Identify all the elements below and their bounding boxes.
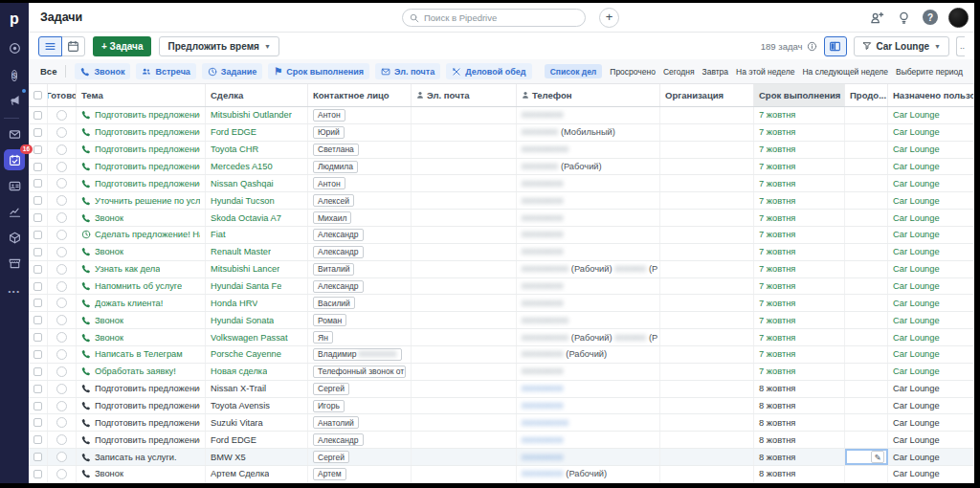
phone-number-masked[interactable]: 00000000 — [522, 196, 564, 206]
header-phone[interactable]: Телефон — [517, 84, 660, 106]
task-subject-link[interactable]: Звонок — [95, 333, 123, 343]
time-filter-2[interactable]: Сегодня — [663, 67, 695, 77]
deal-link[interactable]: Volkswagen Passat — [211, 333, 288, 343]
contact-chip[interactable]: Игорь — [313, 400, 345, 412]
phone-number-masked[interactable]: 00000000 — [522, 384, 564, 393]
quick-add-button[interactable]: + — [599, 8, 619, 28]
row-checkbox[interactable] — [33, 231, 42, 239]
propose-time-dropdown[interactable]: Предложить время ▼ — [159, 36, 278, 56]
header-due[interactable]: Срок выполнения▲ — [754, 84, 845, 106]
deal-link[interactable]: Ford EDGE — [211, 435, 256, 445]
mark-done-button[interactable] — [56, 452, 67, 462]
type-chip-1[interactable]: Встреча — [136, 63, 195, 79]
header-assignee[interactable]: Назначено пользовате — [888, 84, 974, 106]
avatar[interactable] — [948, 8, 969, 28]
mark-done-button[interactable] — [56, 298, 67, 308]
task-subject-link[interactable]: Подготовить предложение! — [95, 110, 200, 120]
header-deal[interactable]: Сделка — [206, 84, 308, 106]
sidebar-item-calendar-check[interactable]: 16 — [4, 149, 25, 170]
deal-link[interactable]: Новая сделка — [211, 366, 267, 376]
contact-chip[interactable]: Телефонный звонок от000000 — [313, 366, 406, 378]
help-icon[interactable]: ? — [923, 10, 938, 25]
phone-number-masked[interactable]: 00000000 — [522, 453, 564, 462]
type-chip-4[interactable]: Эл. почта — [375, 63, 440, 79]
phone-number-masked[interactable]: 00000000 — [522, 213, 564, 223]
deal-link[interactable]: Fiat — [211, 230, 226, 239]
deal-link[interactable]: Mitsubishi Outlander — [211, 110, 292, 120]
sidebar-item-contacts-card[interactable] — [4, 175, 25, 196]
time-filter-1[interactable]: Просрочено — [610, 67, 656, 77]
time-filter-0[interactable]: Список дел — [545, 64, 603, 78]
deal-link[interactable]: Mitsubishi Lancer — [211, 264, 279, 274]
contact-chip[interactable]: Сергей — [313, 451, 349, 463]
mark-done-button[interactable] — [56, 230, 67, 240]
phone-number-masked[interactable]: 000000000 — [522, 144, 568, 154]
contact-chip[interactable]: Алексей — [313, 194, 354, 207]
row-checkbox[interactable] — [33, 453, 42, 461]
task-subject-link[interactable]: Звонок — [95, 213, 123, 223]
phone-number-masked[interactable]: 000000 — [612, 264, 647, 274]
row-checkbox[interactable] — [33, 435, 42, 444]
phone-number-masked[interactable]: 00000000 — [522, 349, 564, 359]
phone-number-masked[interactable]: 00000000 — [522, 299, 564, 308]
phone-number-masked[interactable]: 00000000 — [522, 110, 564, 120]
mark-done-button[interactable] — [56, 417, 67, 428]
sidebar-item-marketplace[interactable] — [4, 253, 25, 274]
mark-done-button[interactable] — [56, 434, 67, 445]
phone-number-masked[interactable]: 0000000 — [522, 162, 558, 171]
task-subject-link[interactable]: Обработать заявку! — [95, 366, 176, 376]
task-subject-link[interactable]: Подготовить предложение... — [95, 435, 200, 445]
contact-chip[interactable]: Михаил — [313, 211, 351, 224]
row-checkbox[interactable] — [33, 367, 42, 376]
phone-number-masked[interactable]: 00000000 — [522, 469, 564, 478]
task-subject-link[interactable]: Звонок — [95, 316, 123, 325]
contact-chip[interactable]: Александр — [313, 433, 364, 446]
task-subject-link[interactable]: Сделать предложение! На... — [95, 230, 200, 239]
mark-done-button[interactable] — [56, 315, 67, 325]
row-checkbox[interactable] — [33, 333, 42, 342]
task-subject-link[interactable]: Дожать клиента! — [95, 299, 163, 308]
mark-done-button[interactable] — [56, 401, 67, 411]
row-checkbox[interactable] — [33, 316, 42, 324]
phone-number-masked[interactable]: 000000000 — [522, 418, 568, 428]
list-view-button[interactable] — [38, 36, 62, 56]
mark-done-button[interactable] — [56, 127, 67, 138]
invite-users-icon[interactable] — [869, 10, 885, 26]
task-subject-link[interactable]: Написать в Телеграм — [95, 349, 183, 359]
sidebar-item-more[interactable]: ••• — [4, 278, 25, 299]
header-email[interactable]: Эл. почта — [412, 84, 517, 106]
contact-chip[interactable]: Ян — [313, 331, 333, 344]
duration-cell-editing[interactable]: ✎ — [845, 449, 888, 465]
deal-link[interactable]: BMW X5 — [211, 453, 246, 462]
task-subject-link[interactable]: Звонок — [95, 469, 123, 478]
task-subject-link[interactable]: Подготовить предложение... — [95, 179, 200, 189]
phone-number-masked[interactable]: 00000000 — [522, 281, 564, 291]
header-done[interactable]: Готово — [48, 84, 77, 106]
phone-number-masked[interactable]: 000000 — [612, 333, 647, 343]
time-filter-3[interactable]: Завтра — [702, 67, 729, 77]
contact-chip[interactable]: Антон — [313, 177, 345, 189]
deal-link[interactable]: Renault Master — [211, 247, 271, 256]
row-checkbox[interactable] — [33, 282, 42, 291]
deal-link[interactable]: Porsche Cayenne — [211, 349, 281, 359]
phone-number-masked[interactable]: 0000000 — [522, 127, 558, 137]
mark-done-button[interactable] — [56, 469, 67, 479]
row-checkbox[interactable] — [33, 402, 42, 410]
task-subject-link[interactable]: Узнать как дела — [95, 264, 160, 274]
deal-link[interactable]: Hyundai Santa Fe — [211, 281, 281, 291]
mark-done-button[interactable] — [56, 178, 67, 189]
task-subject-link[interactable]: Подготовить предложение... — [95, 384, 200, 393]
row-checkbox[interactable] — [33, 111, 42, 120]
row-checkbox[interactable] — [33, 248, 42, 256]
filter-all[interactable]: Все — [40, 66, 56, 77]
contact-chip[interactable]: Роман — [313, 314, 346, 326]
mark-done-button[interactable] — [56, 162, 67, 172]
mark-done-button[interactable] — [56, 332, 67, 343]
row-checkbox[interactable] — [33, 145, 42, 154]
contact-chip[interactable]: Александр — [313, 229, 364, 241]
phone-number-masked[interactable]: 00000000 — [522, 230, 564, 239]
row-checkbox[interactable] — [33, 418, 42, 427]
sidebar-item-insights[interactable] — [4, 201, 25, 222]
contact-chip[interactable]: Александр — [313, 246, 364, 258]
sidebar-item-mail[interactable] — [4, 123, 25, 144]
